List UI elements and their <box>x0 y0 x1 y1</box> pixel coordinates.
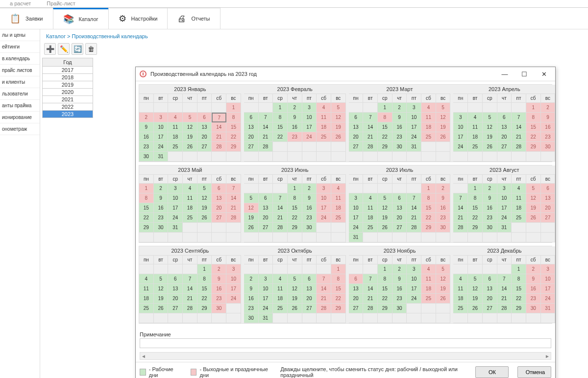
day-cell[interactable]: 15 <box>139 203 154 213</box>
day-cell[interactable]: 16 <box>244 294 259 304</box>
day-cell[interactable]: 9 <box>526 274 541 284</box>
day-cell[interactable]: 12 <box>436 274 451 284</box>
day-cell[interactable]: 23 <box>436 213 451 223</box>
day-cell[interactable]: 7 <box>317 274 331 284</box>
day-cell[interactable]: 7 <box>226 184 241 193</box>
note-input[interactable] <box>140 338 551 348</box>
sidebar-item[interactable]: онометраж <box>0 123 40 135</box>
day-cell[interactable]: 21 <box>407 213 421 223</box>
day-cell[interactable]: 26 <box>526 213 541 223</box>
day-cell[interactable]: 4 <box>363 193 378 203</box>
day-cell[interactable]: 9 <box>154 193 169 203</box>
day-cell[interactable]: 5 <box>436 103 451 113</box>
day-cell[interactable]: 23 <box>392 132 407 142</box>
day-cell[interactable]: 5 <box>331 103 346 113</box>
day-cell[interactable]: 28 <box>407 223 421 233</box>
day-cell[interactable]: 15 <box>197 284 212 294</box>
day-cell[interactable]: 31 <box>154 152 169 162</box>
day-cell[interactable]: 17 <box>154 132 169 142</box>
day-cell[interactable]: 26 <box>483 142 497 152</box>
day-cell[interactable]: 11 <box>421 113 436 122</box>
day-cell[interactable]: 13 <box>168 284 183 294</box>
day-cell[interactable]: 5 <box>483 113 497 122</box>
day-cell[interactable]: 29 <box>526 142 541 152</box>
day-cell[interactable]: 23 <box>139 142 154 152</box>
day-cell[interactable]: 19 <box>288 294 302 304</box>
year-item[interactable]: 2017 <box>42 67 93 74</box>
day-cell[interactable]: 21 <box>512 132 526 142</box>
day-cell[interactable]: 7 <box>363 113 378 122</box>
day-cell[interactable]: 22 <box>331 294 346 304</box>
day-cell[interactable]: 14 <box>363 122 378 132</box>
day-cell[interactable]: 17 <box>317 203 331 213</box>
day-cell[interactable]: 11 <box>273 284 288 294</box>
day-cell[interactable]: 6 <box>497 113 512 122</box>
day-cell[interactable]: 17 <box>407 284 421 294</box>
day-cell[interactable]: 29 <box>378 142 392 152</box>
day-cell[interactable]: 5 <box>288 274 302 284</box>
day-cell[interactable]: 22 <box>273 132 288 142</box>
day-cell[interactable]: 18 <box>512 203 526 213</box>
day-cell[interactable]: 20 <box>541 203 556 213</box>
day-cell[interactable]: 5 <box>526 184 541 193</box>
day-cell[interactable]: 21 <box>453 213 468 223</box>
day-cell[interactable]: 15 <box>273 122 288 132</box>
day-cell[interactable]: 14 <box>183 284 197 294</box>
day-cell[interactable]: 6 <box>244 113 259 122</box>
day-cell[interactable]: 10 <box>168 193 183 203</box>
day-cell[interactable]: 11 <box>512 193 526 203</box>
day-cell[interactable]: 24 <box>349 223 364 233</box>
day-cell[interactable]: 14 <box>226 193 241 203</box>
day-cell[interactable]: 11 <box>363 203 378 213</box>
day-cell[interactable]: 17 <box>226 284 241 294</box>
day-cell[interactable]: 10 <box>497 193 512 203</box>
day-cell[interactable]: 5 <box>154 274 169 284</box>
day-cell[interactable]: 22 <box>512 294 526 304</box>
day-cell[interactable]: 4 <box>317 103 331 113</box>
day-cell[interactable]: 24 <box>541 294 556 304</box>
day-cell[interactable]: 5 <box>244 193 259 203</box>
day-cell[interactable]: 16 <box>288 122 302 132</box>
day-cell[interactable]: 7 <box>512 113 526 122</box>
day-cell[interactable]: 14 <box>212 122 226 132</box>
day-cell[interactable]: 3 <box>349 193 364 203</box>
main-tab-каталог[interactable]: 📚Каталог <box>53 8 109 29</box>
day-cell[interactable]: 21 <box>497 294 512 304</box>
day-cell[interactable]: 24 <box>317 213 331 223</box>
day-cell[interactable]: 1 <box>526 103 541 113</box>
day-cell[interactable]: 29 <box>378 304 392 313</box>
day-cell[interactable]: 10 <box>259 284 273 294</box>
day-cell[interactable]: 28 <box>497 304 512 313</box>
day-cell[interactable]: 9 <box>541 113 556 122</box>
day-cell[interactable]: 18 <box>273 294 288 304</box>
breadcrumb-root[interactable]: Каталог <box>46 33 66 39</box>
day-cell[interactable]: 10 <box>453 122 468 132</box>
day-cell[interactable]: 10 <box>407 113 421 122</box>
day-cell[interactable]: 26 <box>331 132 346 142</box>
day-cell[interactable]: 16 <box>154 203 169 213</box>
day-cell[interactable]: 15 <box>331 284 346 294</box>
day-cell[interactable]: 19 <box>483 132 497 142</box>
day-cell[interactable]: 21 <box>183 294 197 304</box>
day-cell[interactable]: 9 <box>244 284 259 294</box>
day-cell[interactable]: 26 <box>288 304 302 313</box>
day-cell[interactable]: 13 <box>497 122 512 132</box>
day-cell[interactable]: 26 <box>197 213 212 223</box>
day-cell[interactable]: 16 <box>212 284 226 294</box>
day-cell[interactable]: 27 <box>541 213 556 223</box>
day-cell[interactable]: 25 <box>363 223 378 233</box>
day-cell[interactable]: 26 <box>436 132 451 142</box>
day-cell[interactable]: 18 <box>421 122 436 132</box>
day-cell[interactable]: 22 <box>468 213 483 223</box>
sidebar-item[interactable]: ейтинги <box>0 41 40 53</box>
day-cell[interactable]: 6 <box>541 184 556 193</box>
day-cell[interactable]: 18 <box>183 203 197 213</box>
day-cell[interactable]: 1 <box>288 184 302 193</box>
day-cell[interactable]: 1 <box>421 184 436 193</box>
day-cell[interactable]: 25 <box>317 132 331 142</box>
day-cell[interactable]: 12 <box>183 122 197 132</box>
day-cell[interactable]: 12 <box>436 113 451 122</box>
day-cell[interactable]: 26 <box>183 142 197 152</box>
day-cell[interactable]: 15 <box>421 203 436 213</box>
day-cell[interactable]: 7 <box>407 193 421 203</box>
